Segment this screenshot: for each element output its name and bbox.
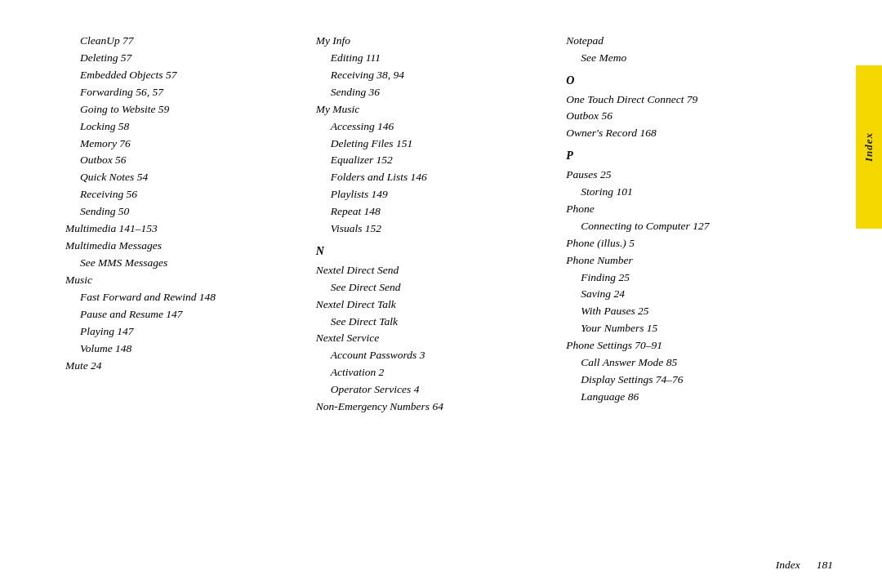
index-entry: Display Settings 74–76 [581,372,800,389]
index-entry: Nextel Direct Talk [316,296,550,314]
index-entry: Sending 50 [80,203,300,220]
footer-page: 181 [817,559,833,572]
index-entry: My Music [316,101,550,118]
index-entry: Outbox 56 [566,108,800,125]
index-entry: Embedded Objects 57 [80,67,300,84]
index-entry: Memory 76 [80,136,300,153]
index-entry: See Memo [581,50,800,67]
index-entry: Playing 147 [80,323,300,341]
index-entry: Editing 111 [331,50,550,67]
index-entry: Pause and Resume 147 [80,306,300,323]
index-entry: Multimedia 141–153 [65,220,300,238]
index-entry: Account Passwords 3 [331,347,550,364]
index-entry: Nextel Direct Send [316,262,550,279]
index-entry: Quick Notes 54 [80,169,300,186]
index-entry: Fast Forward and Rewind 148 [80,289,300,306]
index-entry: Notepad [566,33,800,50]
index-entry: Your Numbers 15 [581,320,800,337]
column-3: NotepadSee MemoOOne Touch Direct Connect… [566,33,833,555]
index-tab-label: Index [862,132,875,162]
index-entry: My Info [316,33,550,50]
index-entry: CleanUp 77 [80,33,300,50]
index-entry: Call Answer Mode 85 [581,354,800,372]
index-entry: Deleting 57 [80,50,300,67]
index-entry: Saving 24 [581,286,800,303]
index-entry: Going to Website 59 [80,101,300,118]
page-container: Index CleanUp 77Deleting 57Embedded Obje… [0,0,882,588]
index-entry: Pauses 25 [566,167,800,184]
index-entry: Mute 24 [65,358,300,375]
index-entry: Accessing 146 [331,118,550,136]
index-entry: One Touch Direct Connect 79 [566,91,800,109]
index-entry: Activation 2 [331,364,550,381]
index-entry: Music [65,272,300,289]
index-tab: Index [856,65,882,229]
section-letter-O: O [566,72,800,90]
columns-wrapper: CleanUp 77Deleting 57Embedded Objects 57… [65,33,833,555]
index-entry: Phone Number [566,252,800,270]
index-entry: Receiving 56 [80,186,300,203]
footer-label: Index [776,559,800,572]
index-entry: Non-Emergency Numbers 64 [316,399,550,416]
index-entry: Folders and Lists 146 [331,169,550,186]
index-entry: Multimedia Messages [65,238,300,255]
index-entry: Forwarding 56, 57 [80,84,300,101]
index-entry: Phone (illus.) 5 [566,235,800,252]
index-entry: Operator Services 4 [331,381,550,399]
index-entry: Sending 36 [331,84,550,101]
index-entry: Repeat 148 [331,203,550,220]
index-entry: Storing 101 [581,184,800,201]
index-entry: Deleting Files 151 [331,136,550,153]
index-entry: Outbox 56 [80,152,300,169]
index-entry: Owner's Record 168 [566,125,800,142]
index-entry: Playlists 149 [331,186,550,203]
section-letter-P: P [566,147,800,165]
index-entry: See Direct Send [331,279,550,296]
index-entry: See Direct Talk [331,314,550,331]
column-2: My InfoEditing 111Receiving 38, 94Sendin… [316,33,567,555]
column-1: CleanUp 77Deleting 57Embedded Objects 57… [65,33,316,555]
index-entry: Phone Settings 70–91 [566,337,800,354]
index-entry: Connecting to Computer 127 [581,218,800,235]
index-entry: Finding 25 [581,270,800,287]
index-entry: Nextel Service [316,330,550,347]
index-entry: See MMS Messages [80,255,300,272]
section-letter-N: N [316,243,550,261]
index-entry: Equalizer 152 [331,152,550,169]
index-entry: Visuals 152 [331,220,550,238]
index-entry: Volume 148 [80,341,300,358]
index-entry: Language 86 [581,389,800,406]
index-entry: With Pauses 25 [581,303,800,320]
page-footer: Index 181 [776,559,833,572]
index-entry: Locking 58 [80,118,300,136]
index-entry: Phone [566,201,800,218]
index-entry: Receiving 38, 94 [331,67,550,84]
